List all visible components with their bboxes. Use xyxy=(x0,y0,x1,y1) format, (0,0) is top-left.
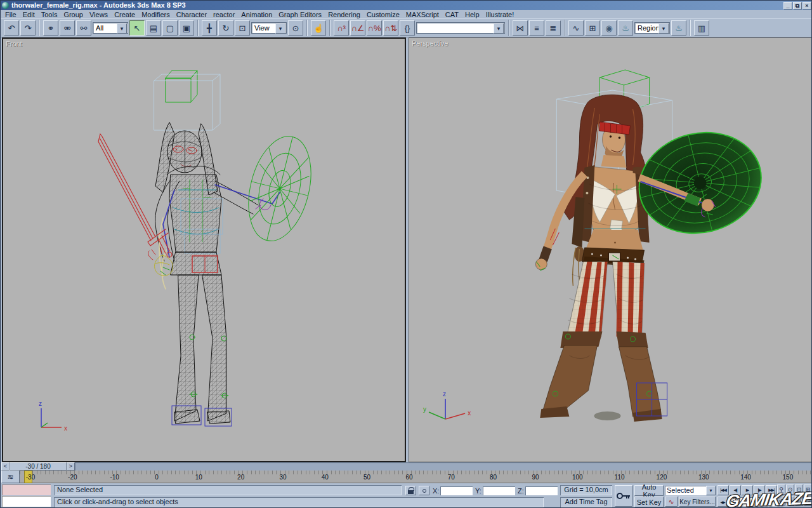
front-wireframe-view: z x xyxy=(3,39,405,461)
snap-toggle-icon[interactable]: ∩³ xyxy=(334,20,349,36)
y-coordinate-label: Y: xyxy=(475,487,481,495)
trackbar-frame-label: 30 xyxy=(275,474,291,481)
menu-item[interactable]: MAXScript xyxy=(403,11,442,18)
menu-item[interactable]: File xyxy=(2,11,20,18)
key-icon xyxy=(617,491,631,500)
absolute-mode-icon xyxy=(422,489,426,493)
add-time-tag[interactable]: Add Time Tag xyxy=(560,497,612,507)
viewport-perspective[interactable]: Perspective xyxy=(409,37,812,462)
shaded-character xyxy=(535,70,772,422)
menu-item[interactable]: Create xyxy=(111,11,138,18)
menu-item[interactable]: Character xyxy=(173,11,210,18)
reference-coordinate-system-dropdown[interactable]: View xyxy=(251,22,287,34)
svg-text:z: z xyxy=(443,391,446,398)
track-bar-ruler[interactable]: -30-20-100102030405060708090100110120130… xyxy=(20,471,812,483)
menu-item[interactable]: reactor xyxy=(210,11,238,18)
time-slider-handle[interactable]: -30 / 180 xyxy=(10,462,67,471)
menu-item[interactable]: Graph Editors xyxy=(275,11,325,18)
menu-bar: FileEditToolsGroupViewsCreateModifiersCh… xyxy=(1,10,812,18)
close-button[interactable]: × xyxy=(802,2,811,10)
set-keys-button[interactable] xyxy=(615,485,632,507)
bind-to-space-warp-icon[interactable]: ⚯ xyxy=(76,20,91,36)
viewport-front[interactable]: Front xyxy=(2,37,406,462)
z-coordinate-label: Z: xyxy=(518,487,524,495)
absolute-offset-mode-toggle[interactable] xyxy=(419,486,429,495)
quick-render-icon[interactable]: ♨ xyxy=(671,20,686,36)
menu-item[interactable]: Tools xyxy=(38,11,61,18)
curve-editor-icon[interactable]: ∿ xyxy=(568,20,584,36)
rectangular-selection-region-icon[interactable]: ▢ xyxy=(162,20,178,36)
menu-item[interactable]: Rendering xyxy=(325,11,363,18)
redo-icon[interactable]: ↷ xyxy=(20,20,36,36)
time-slider-track[interactable] xyxy=(75,462,812,471)
named-selection-sets-dropdown[interactable] xyxy=(416,22,505,34)
keyboard-shortcut-override-icon[interactable]: {} xyxy=(400,20,415,36)
trackbar-frame-label: 120 xyxy=(653,474,670,481)
trackbar-frame-label: 80 xyxy=(485,474,502,481)
trackbar-frame-label: 70 xyxy=(443,474,459,481)
percent-snap-icon[interactable]: ∩% xyxy=(367,20,382,36)
minimize-button[interactable]: _ xyxy=(783,2,792,10)
set-key-button[interactable]: Set Key xyxy=(634,497,664,507)
trackbar-frame-label: 10 xyxy=(190,474,207,481)
status-bar: None Selected Click or click-and-drag to… xyxy=(1,483,812,508)
time-slider-prev-key-button[interactable]: < xyxy=(1,462,10,471)
wireframe-character xyxy=(98,70,321,426)
menu-item[interactable]: Illustrate! xyxy=(483,11,518,18)
menu-item[interactable]: Customize xyxy=(363,11,403,18)
trackbar-frame-label: 110 xyxy=(612,474,628,481)
menu-item[interactable]: Group xyxy=(60,11,86,18)
menu-item[interactable]: Help xyxy=(462,11,483,18)
main-toolbar: ↶ ↷ ⚭ ⚮ ⚯ All ↖ ▤ ▢ xyxy=(1,18,812,37)
layer-manager-icon[interactable]: ≣ xyxy=(546,20,561,36)
mirror-icon[interactable]: ⋈ xyxy=(513,20,528,36)
restore-button[interactable]: ⧉ xyxy=(793,2,802,10)
auto-key-button[interactable]: Auto Key xyxy=(634,485,664,496)
menu-item[interactable]: CAT xyxy=(442,11,462,18)
angle-snap-icon[interactable]: ∩∠ xyxy=(350,20,365,36)
open-mini-curve-editor-button[interactable]: ≋ xyxy=(1,471,20,483)
spinner-snap-icon[interactable]: ∩⇅ xyxy=(383,20,398,36)
menu-item[interactable]: Edit xyxy=(20,11,38,18)
toolbar-item xyxy=(197,20,199,36)
maxscript-listener-pane[interactable] xyxy=(2,496,51,507)
schematic-view-icon[interactable]: ⊞ xyxy=(585,20,600,36)
menu-item[interactable]: Animation xyxy=(238,11,275,18)
z-coordinate-input[interactable] xyxy=(525,486,558,495)
use-pivot-point-center-icon[interactable]: ⊙ xyxy=(288,20,303,36)
axis-tripod: z x y xyxy=(423,391,471,419)
viewport-front-label: Front xyxy=(6,40,22,48)
select-and-move-icon[interactable]: ╋ xyxy=(202,20,217,36)
render-scene-icon[interactable]: ♨ xyxy=(618,20,633,36)
select-object-icon[interactable]: ↖ xyxy=(129,20,145,36)
window-crossing-selection-icon[interactable]: ▣ xyxy=(179,20,194,36)
render-type-dropdown[interactable]: Region xyxy=(634,22,670,34)
undo-icon[interactable]: ↶ xyxy=(4,20,19,36)
lock-icon xyxy=(408,490,414,494)
x-coordinate-input[interactable] xyxy=(440,486,473,495)
delete-icon[interactable]: ▥ xyxy=(694,20,709,36)
align-icon[interactable]: ≡ xyxy=(529,20,544,36)
unlink-selection-icon[interactable]: ⚮ xyxy=(60,20,75,36)
select-and-scale-icon[interactable]: ⊡ xyxy=(235,20,250,36)
select-and-manipulate-icon[interactable]: ☝ xyxy=(311,20,326,36)
trackbar-frame-label: 60 xyxy=(401,474,417,481)
axis-tripod: z x xyxy=(39,400,67,432)
selection-lock-toggle[interactable] xyxy=(405,486,416,495)
trackbar-frame-label: -20 xyxy=(64,474,81,481)
key-mode-dropdown[interactable]: Selected xyxy=(665,486,716,495)
selection-status: None Selected xyxy=(54,485,402,495)
y-coordinate-input[interactable] xyxy=(483,486,515,495)
menu-item[interactable]: Views xyxy=(86,11,111,18)
selection-filter-dropdown[interactable]: All xyxy=(93,22,128,34)
select-and-rotate-icon[interactable]: ↻ xyxy=(218,20,233,36)
maxscript-listener-macro-pane[interactable] xyxy=(2,485,51,495)
x-coordinate-label: X: xyxy=(433,487,439,495)
default-tangent-button[interactable]: ∿ xyxy=(665,497,678,507)
time-slider-next-key-button[interactable]: > xyxy=(67,462,75,471)
select-and-link-icon[interactable]: ⚭ xyxy=(43,20,58,36)
menu-item[interactable]: Modifiers xyxy=(138,11,173,18)
material-editor-icon[interactable]: ◉ xyxy=(601,20,617,36)
key-filters-button[interactable]: Key Filters... xyxy=(679,497,716,507)
select-by-name-icon[interactable]: ▤ xyxy=(146,20,161,36)
